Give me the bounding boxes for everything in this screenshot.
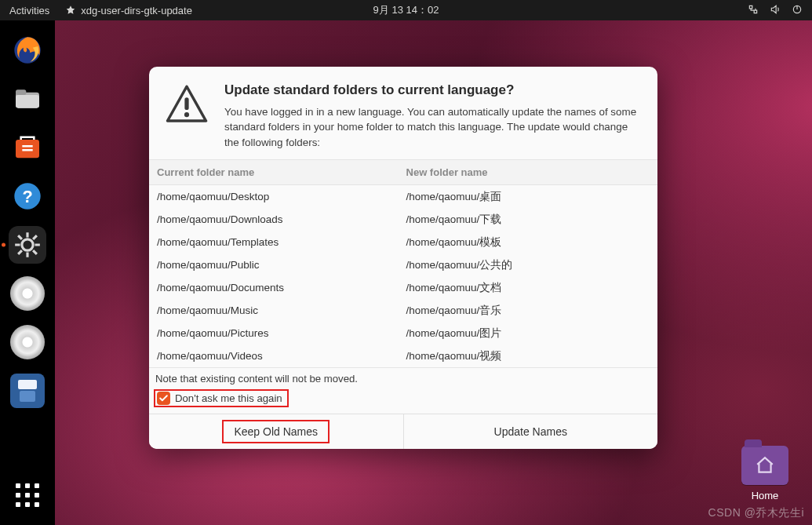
- note-text: Note that existing content will not be m…: [149, 368, 657, 386]
- cell-current: /home/qaomuu/Downloads: [149, 208, 399, 231]
- activities-button[interactable]: Activities: [0, 5, 59, 16]
- folders-table: Current folder name New folder name /hom…: [149, 159, 657, 368]
- svg-rect-9: [184, 97, 188, 110]
- cell-new: /home/qaomuu/桌面: [399, 185, 657, 209]
- svg-rect-5: [16, 140, 39, 158]
- table-row[interactable]: /home/qaomuu/Pictures/home/qaomuu/图片: [149, 322, 657, 345]
- col-current[interactable]: Current folder name: [149, 160, 399, 185]
- table-row[interactable]: /home/qaomuu/Templates/home/qaomuu/模板: [149, 231, 657, 253]
- dock-item-files[interactable]: [9, 80, 46, 118]
- app-menu-label: xdg-user-dirs-gtk-update: [81, 5, 192, 16]
- cell-new: /home/qaomuu/文档: [399, 276, 657, 299]
- table-row[interactable]: /home/qaomuu/Music/home/qaomuu/音乐: [149, 299, 657, 322]
- svg-point-10: [184, 112, 189, 117]
- cell-new: /home/qaomuu/模板: [399, 231, 657, 253]
- dont-ask-label: Don't ask me this again: [175, 392, 282, 404]
- table-row[interactable]: /home/qaomuu/Public/home/qaomuu/公共的: [149, 253, 657, 276]
- sound-icon[interactable]: [770, 4, 781, 17]
- cell-current: /home/qaomuu/Templates: [149, 231, 399, 253]
- col-new[interactable]: New folder name: [399, 160, 657, 185]
- home-folder-icon: [741, 446, 788, 485]
- cell-current: /home/qaomuu/Music: [149, 299, 399, 322]
- app-menu-icon: [65, 5, 76, 16]
- table-row[interactable]: /home/qaomuu/Downloads/home/qaomuu/下载: [149, 208, 657, 231]
- dock-item-save[interactable]: [9, 372, 46, 410]
- dialog-message: You have logged in in a new language. Yo…: [224, 104, 642, 150]
- cell-new: /home/qaomuu/图片: [399, 322, 657, 345]
- dock-item-help[interactable]: ?: [9, 177, 46, 215]
- cell-current: /home/qaomuu/Documents: [149, 276, 399, 299]
- keep-old-names-button[interactable]: Keep Old Names: [149, 414, 404, 449]
- clock[interactable]: 9月 13 14：02: [373, 3, 439, 17]
- svg-rect-3: [16, 89, 26, 95]
- warning-icon: [165, 82, 209, 150]
- power-icon[interactable]: [792, 4, 803, 17]
- dock-item-disc-2[interactable]: [9, 323, 46, 361]
- cell-current: /home/qaomuu/Public: [149, 253, 399, 276]
- cell-current: /home/qaomuu/Desktop: [149, 185, 399, 209]
- dock-item-firefox[interactable]: [9, 31, 46, 69]
- cell-new: /home/qaomuu/音乐: [399, 299, 657, 322]
- table-row[interactable]: /home/qaomuu/Videos/home/qaomuu/视频: [149, 345, 657, 367]
- table-row[interactable]: /home/qaomuu/Desktop/home/qaomuu/桌面: [149, 185, 657, 209]
- dock-item-software[interactable]: [9, 129, 46, 166]
- cell-new: /home/qaomuu/公共的: [399, 253, 657, 276]
- show-applications-button[interactable]: [9, 476, 46, 514]
- cell-current: /home/qaomuu/Pictures: [149, 322, 399, 345]
- table-row[interactable]: /home/qaomuu/Documents/home/qaomuu/文档: [149, 276, 657, 299]
- network-icon[interactable]: [748, 4, 759, 17]
- svg-text:?: ?: [22, 187, 32, 206]
- cell-new: /home/qaomuu/下载: [399, 208, 657, 231]
- dock: ?: [0, 20, 55, 525]
- desktop-home-folder[interactable]: Home: [737, 446, 793, 501]
- dont-ask-checkbox[interactable]: [157, 392, 170, 405]
- app-menu[interactable]: xdg-user-dirs-gtk-update: [59, 5, 198, 16]
- update-folders-dialog: Update standard folders to current langu…: [149, 67, 657, 449]
- dialog-title: Update standard folders to current langu…: [224, 82, 642, 98]
- cell-new: /home/qaomuu/视频: [399, 345, 657, 367]
- highlight-keep-button: Keep Old Names: [223, 421, 329, 443]
- top-bar: Activities xdg-user-dirs-gtk-update 9月 1…: [0, 0, 812, 20]
- svg-rect-4: [16, 95, 39, 108]
- highlight-dont-ask: Don't ask me this again: [154, 389, 289, 407]
- svg-point-8: [22, 239, 33, 250]
- desktop-home-label: Home: [737, 490, 793, 501]
- dock-item-disc-1[interactable]: [9, 275, 46, 312]
- cell-current: /home/qaomuu/Videos: [149, 345, 399, 367]
- dock-item-settings[interactable]: [9, 226, 46, 264]
- update-names-button[interactable]: Update Names: [404, 414, 658, 449]
